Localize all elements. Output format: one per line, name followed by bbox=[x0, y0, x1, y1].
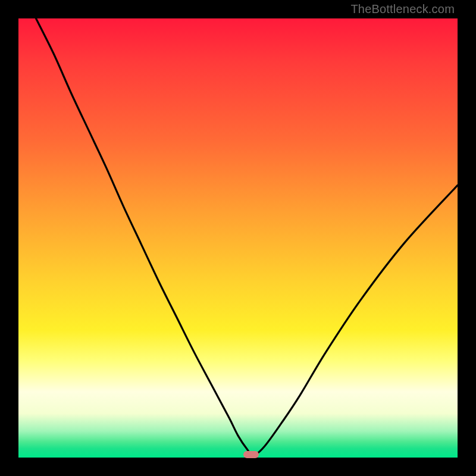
watermark-text: TheBottleneck.com bbox=[350, 2, 455, 16]
chart-frame: TheBottleneck.com bbox=[0, 0, 476, 476]
optimal-marker bbox=[243, 451, 259, 458]
bottleneck-curve bbox=[18, 18, 458, 458]
plot-area bbox=[18, 18, 458, 458]
